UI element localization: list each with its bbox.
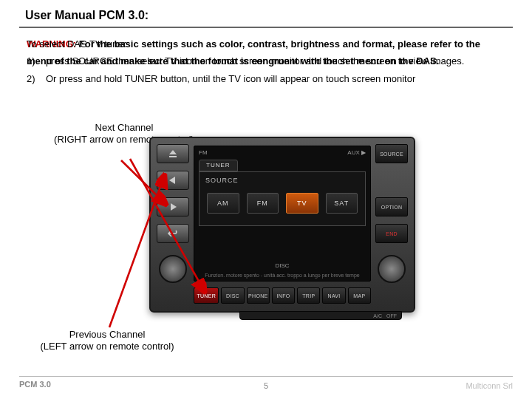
- source-tv[interactable]: TV: [286, 193, 318, 214]
- footer-page-number: 5: [19, 381, 513, 390]
- svg-marker-2: [169, 177, 175, 184]
- end-button[interactable]: END: [375, 224, 408, 243]
- svg-marker-3: [171, 203, 177, 211]
- screen-top-right: AUX ▶: [347, 149, 366, 156]
- source-am[interactable]: AM: [207, 193, 239, 214]
- disc-button[interactable]: DISC: [221, 287, 244, 304]
- option-button[interactable]: OPTION: [375, 197, 408, 216]
- source-panel: SOURCE AM FM TV SAT: [199, 171, 366, 226]
- tune-knob[interactable]: [378, 255, 406, 283]
- next-channel-button[interactable]: [157, 197, 189, 216]
- trip-button[interactable]: TRIP: [297, 287, 320, 304]
- ac-off-label: OFF: [386, 313, 397, 318]
- svg-rect-1: [169, 156, 177, 157]
- device-diagram: Next Channel (RIGHT arrow on remote cont…: [19, 115, 513, 351]
- source-panel-title: SOURCE: [200, 172, 365, 184]
- source-button[interactable]: SOURCE: [375, 144, 408, 163]
- device-left-column: [157, 144, 189, 290]
- step-text: Or press and hold TUNER button, until th…: [46, 70, 505, 87]
- callout-previous-channel: Previous Channel (LEFT arrow on remote c…: [15, 329, 200, 352]
- step-number: 2): [27, 70, 46, 87]
- screen-footer-sub: Funzion. motore spento - unità acc. trop…: [194, 273, 370, 278]
- tuner-tab[interactable]: TUNER: [199, 160, 238, 171]
- phone-button[interactable]: PHONE: [247, 287, 270, 304]
- source-sat[interactable]: SAT: [326, 193, 358, 214]
- step-text: press SOURCE then select TV icon on touc…: [46, 52, 505, 69]
- screen-top-left: FM: [199, 149, 208, 156]
- ac-label: A/C: [373, 313, 382, 318]
- navi-button[interactable]: NAVI: [322, 287, 345, 304]
- map-button[interactable]: MAP: [348, 287, 371, 304]
- touchscreen[interactable]: FM AUX ▶ TUNER SOURCE AM FM TV SAT DISC …: [194, 146, 371, 282]
- volume-knob[interactable]: [159, 255, 187, 283]
- page-footer: PCM 3.0 5 Multiconn Srl: [19, 376, 513, 389]
- screen-footer-label: DISC: [194, 262, 370, 269]
- page-title: User Manual PCM 3.0:: [19, 6, 513, 28]
- svg-marker-0: [169, 150, 177, 154]
- device-right-column: SOURCE OPTION END: [375, 144, 408, 290]
- intro-line: To select DAS TV tuner:: [27, 35, 505, 52]
- footer-right: Multiconn Srl: [466, 381, 513, 390]
- device-bottom-row: TUNER DISC PHONE INFO TRIP NAVI MAP: [194, 287, 371, 304]
- instruction-text: WARNING: For the basic settings such as …: [19, 35, 513, 87]
- prev-channel-button[interactable]: [157, 171, 189, 190]
- step-number: 1): [27, 52, 46, 69]
- info-button[interactable]: INFO: [272, 287, 295, 304]
- back-button[interactable]: [157, 224, 189, 243]
- source-fm[interactable]: FM: [247, 193, 279, 214]
- pcm-device: SOURCE OPTION END FM AUX ▶ TUNER SOURCE …: [149, 137, 415, 313]
- tuner-button[interactable]: TUNER: [194, 287, 219, 304]
- climate-strip: A/C OFF: [239, 311, 402, 320]
- eject-button[interactable]: [157, 144, 189, 163]
